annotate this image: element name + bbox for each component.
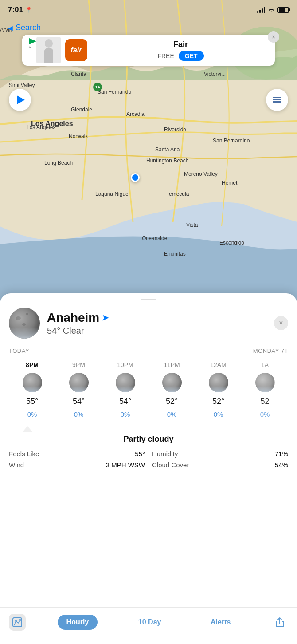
search-label[interactable]: Search (16, 23, 41, 32)
hour-temp: 52 (260, 397, 269, 406)
hour-moon-icon (255, 373, 275, 392)
scroll-pointer (22, 426, 33, 432)
hour-moon-icon (23, 373, 42, 392)
hour-item-10pm: 10PM 54° 0% (102, 360, 148, 420)
nav-map-button[interactable] (9, 614, 26, 631)
wifi-icon (268, 6, 275, 13)
cloud-cover-row: Cloud Cover 54% (152, 461, 288, 469)
hour-moon-icon (69, 373, 89, 392)
cloud-cover-value: 54% (275, 461, 288, 469)
location-dot (131, 173, 140, 182)
hour-item-12am: 12AM 52° 0% (195, 360, 242, 420)
hour-item-8pm: 8PM 55° 0% (9, 360, 55, 420)
feels-like-value: 55° (135, 450, 145, 458)
ad-person-image (36, 37, 61, 63)
signal-icon (257, 7, 265, 13)
ad-marker: ✕ (28, 38, 37, 50)
weather-details: Feels Like 55° Humidity 71% Wind 3 MPH W… (9, 450, 288, 469)
detail-dots (27, 463, 102, 467)
status-bar: 7:01 📍 (0, 0, 297, 20)
hour-time: 9PM (72, 361, 85, 368)
layers-icon (271, 94, 283, 106)
play-icon (17, 95, 25, 104)
hour-precip: 0% (121, 411, 130, 418)
detail-dots (192, 463, 271, 467)
city-name: Anaheim ➤ (47, 311, 267, 325)
hour-temp: 54° (73, 397, 85, 406)
share-button[interactable] (271, 614, 288, 631)
location-arrow-icon: ➤ (102, 313, 109, 323)
search-bar[interactable]: ◀ Search (0, 20, 49, 36)
svg-point-10 (15, 620, 17, 622)
svg-rect-6 (273, 97, 281, 98)
share-icon (274, 617, 285, 628)
play-logo-icon (28, 38, 37, 44)
bottom-nav: Hourly 10 Day Alerts (0, 607, 297, 644)
hour-precip: 0% (167, 411, 177, 418)
wind-value: 3 MPH WSW (106, 461, 145, 469)
moon-icon (9, 308, 40, 339)
back-arrow-icon: ◀ (8, 24, 13, 32)
hour-item-11pm: 11PM 52° 0% (148, 360, 195, 420)
ad-banner: ✕ fair Fair FREE GET × (22, 35, 275, 66)
cloud-cover-label: Cloud Cover (152, 461, 189, 469)
ad-close-button[interactable]: × (268, 31, 279, 43)
svg-rect-7 (273, 99, 281, 100)
ad-info: Fair FREE GET (92, 40, 270, 61)
hour-precip: 0% (214, 411, 223, 418)
humidity-row: Humidity 71% (152, 450, 288, 458)
map-location-icon (12, 617, 22, 627)
svg-marker-4 (29, 38, 36, 44)
hour-temp: 52° (212, 397, 224, 406)
map-play-button[interactable] (9, 89, 31, 111)
weather-city-info: Anaheim ➤ 54° Clear (47, 311, 267, 336)
weather-temp-condition: 54° Clear (47, 326, 267, 336)
location-icon: 📍 (25, 7, 32, 13)
ten-day-tab[interactable]: 10 Day (129, 615, 170, 630)
hour-moon-icon (116, 373, 135, 392)
hour-precip: 0% (27, 411, 37, 418)
day-labels: TODAY MONDAY 7T (9, 348, 288, 356)
hourly-tab[interactable]: Hourly (58, 615, 98, 630)
hour-precip: 0% (260, 411, 270, 418)
hour-item-9pm: 9PM 54° 0% (55, 360, 102, 420)
feels-like-label: Feels Like (9, 450, 39, 458)
hour-time: 8PM (26, 361, 39, 368)
hour-time: 11PM (164, 361, 180, 368)
humidity-value: 71% (275, 450, 288, 458)
hourly-scroll[interactable]: 8PM 55° 0% 9PM 54° 0% 10PM 54° 0% 11PM (9, 360, 288, 420)
hour-time: 12AM (210, 361, 227, 368)
alerts-tab[interactable]: Alerts (202, 615, 239, 630)
hour-precip: 0% (74, 411, 84, 418)
ad-label: ✕ (28, 45, 37, 50)
condition-title: Partly cloudy (9, 435, 288, 444)
hour-temp: 55° (26, 397, 38, 406)
hour-temp: 54° (119, 397, 131, 406)
hour-moon-icon (209, 373, 228, 392)
battery-icon (277, 7, 289, 13)
ad-title: Fair (92, 40, 270, 49)
map-layers-button[interactable] (266, 89, 288, 111)
detail-dots (181, 452, 271, 456)
hour-temp: 52° (166, 397, 178, 406)
feels-like-row: Feels Like 55° (9, 450, 145, 458)
ad-logo: fair (65, 39, 87, 61)
card-divider (0, 427, 297, 427)
wind-label: Wind (9, 461, 24, 469)
weather-card: Anaheim ➤ 54° Clear × TODAY MONDAY 7T 8P… (0, 293, 297, 644)
status-icons (257, 6, 289, 13)
today-label: TODAY (9, 348, 29, 354)
drag-handle[interactable] (141, 299, 156, 300)
svg-point-5 (45, 39, 53, 48)
ad-free-label: FREE (157, 52, 174, 59)
ad-sub: FREE GET (92, 51, 270, 61)
humidity-label: Humidity (152, 450, 178, 458)
status-time: 7:01 (8, 5, 23, 14)
ad-get-button[interactable]: GET (179, 51, 204, 61)
svg-rect-8 (273, 101, 281, 103)
hour-moon-icon (162, 373, 182, 392)
monday-label: MONDAY 7T (253, 348, 288, 354)
weather-header: Anaheim ➤ 54° Clear × (9, 308, 288, 339)
hour-time: 1A (261, 361, 269, 368)
weather-close-button[interactable]: × (274, 316, 288, 330)
